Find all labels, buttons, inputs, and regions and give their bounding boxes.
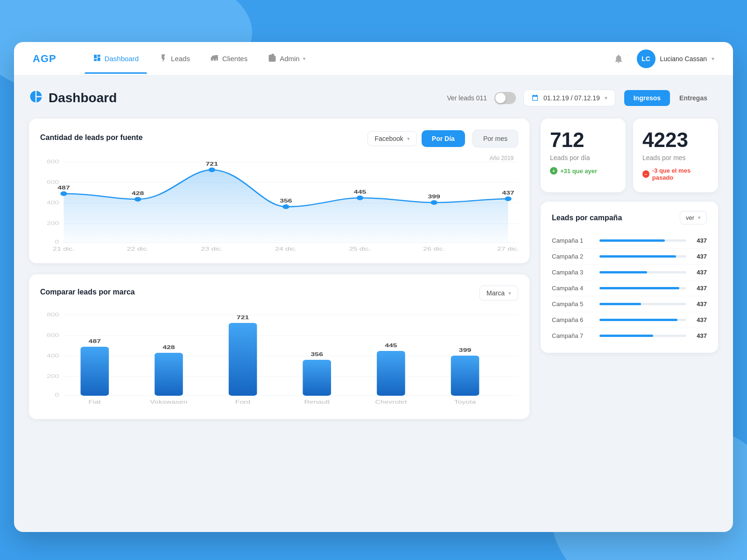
campaign-name-4: Campaña 5 bbox=[552, 301, 594, 308]
campaign-progress-fill-1 bbox=[599, 255, 676, 258]
chart1-year-label: Año 2019 bbox=[490, 155, 514, 161]
svg-point-10 bbox=[60, 191, 67, 196]
svg-text:21 dic.: 21 dic. bbox=[53, 246, 75, 252]
notification-bell[interactable] bbox=[610, 50, 627, 68]
svg-text:22 dic.: 22 dic. bbox=[127, 246, 149, 252]
svg-text:399: 399 bbox=[459, 347, 472, 353]
svg-text:400: 400 bbox=[47, 200, 59, 205]
svg-text:356: 356 bbox=[280, 198, 292, 203]
campaign-value-2: 437 bbox=[692, 269, 707, 276]
campaign-progress-bg-5 bbox=[599, 319, 686, 321]
svg-text:23 dic.: 23 dic. bbox=[201, 246, 223, 252]
campaign-row: Campaña 5 437 bbox=[552, 296, 707, 312]
campaign-progress-fill-2 bbox=[599, 271, 647, 273]
svg-point-12 bbox=[209, 168, 215, 172]
campaign-header: Leads por campaña ver ▾ bbox=[552, 211, 707, 224]
bar-chart-card: Comparar leads por marca Marca ▾ 800 600… bbox=[29, 274, 529, 419]
svg-text:800: 800 bbox=[47, 159, 59, 164]
campaign-name-0: Campaña 1 bbox=[552, 237, 594, 244]
tab-ingresos[interactable]: Ingresos bbox=[624, 90, 670, 106]
svg-text:445: 445 bbox=[354, 189, 366, 195]
campaign-name-6: Campaña 7 bbox=[552, 332, 594, 339]
stat-mes-change: − -3 que el mes pasado bbox=[642, 167, 709, 181]
svg-text:0: 0 bbox=[55, 392, 59, 398]
stat-leads-mes: 4223 Leads por mes − -3 que el mes pasad… bbox=[633, 119, 718, 192]
campaign-progress-fill-0 bbox=[599, 239, 665, 242]
brand-logo: AGP bbox=[33, 53, 56, 65]
navbar: AGP Dashboard Leads Clientes bbox=[14, 42, 733, 76]
svg-point-13 bbox=[282, 204, 289, 209]
user-chevron-icon: ▾ bbox=[712, 56, 714, 62]
nav-clientes[interactable]: Clientes bbox=[202, 43, 256, 74]
campaign-progress-bg-2 bbox=[599, 271, 686, 273]
campaign-name-1: Campaña 2 bbox=[552, 253, 594, 260]
svg-point-16 bbox=[505, 196, 511, 201]
content-grid: Cantidad de leads por fuente Facebook ▾ … bbox=[29, 119, 718, 419]
por-dia-btn[interactable]: Por Día bbox=[422, 130, 465, 147]
svg-rect-41 bbox=[81, 347, 109, 396]
campaigns-card: Leads por campaña ver ▾ Campaña 1 437 Ca… bbox=[541, 202, 718, 353]
marca-dropdown[interactable]: Marca ▾ bbox=[479, 286, 518, 301]
svg-text:Ford: Ford bbox=[235, 399, 251, 405]
chart2-header: Comparar leads por marca Marca ▾ bbox=[40, 286, 518, 301]
source-dropdown[interactable]: Facebook ▾ bbox=[367, 131, 416, 146]
user-info[interactable]: LC Luciano Cassan ▾ bbox=[637, 49, 714, 68]
ver-leads-toggle[interactable] bbox=[494, 92, 516, 104]
ver-leads-label: Ver leads 011 bbox=[447, 94, 487, 102]
chart2-title: Comparar leads por marca bbox=[40, 288, 135, 296]
nav-dashboard[interactable]: Dashboard bbox=[85, 43, 147, 74]
change-dot-positive: + bbox=[550, 167, 557, 175]
svg-text:25 dic.: 25 dic. bbox=[349, 246, 371, 252]
campaign-name-3: Campaña 4 bbox=[552, 285, 594, 292]
svg-text:Toyota: Toyota bbox=[454, 399, 476, 405]
nav-links: Dashboard Leads Clientes Admin ▾ bbox=[85, 43, 610, 74]
nav-admin[interactable]: Admin ▾ bbox=[260, 43, 314, 74]
svg-text:399: 399 bbox=[428, 194, 440, 199]
admin-icon bbox=[268, 54, 276, 63]
right-panel: 712 Leads por día + +31 que ayer 4223 Le… bbox=[541, 119, 718, 419]
svg-text:Vokswasen: Vokswasen bbox=[150, 399, 187, 405]
line-chart-svg: 800 600 400 200 0 bbox=[40, 155, 518, 253]
user-name: Luciano Cassan bbox=[660, 55, 707, 63]
nav-leads[interactable]: Leads bbox=[151, 43, 198, 74]
svg-text:26 dic.: 26 dic. bbox=[423, 246, 445, 252]
por-mes-btn[interactable]: Por mes bbox=[472, 130, 518, 147]
svg-text:428: 428 bbox=[132, 190, 144, 196]
campaign-row: Campaña 7 437 bbox=[552, 328, 707, 343]
svg-text:27 dic.: 27 dic. bbox=[497, 246, 518, 252]
svg-text:200: 200 bbox=[47, 373, 59, 379]
campaign-progress-bg-3 bbox=[599, 287, 686, 289]
svg-rect-53 bbox=[377, 351, 405, 396]
svg-point-15 bbox=[431, 200, 437, 205]
svg-text:437: 437 bbox=[502, 190, 514, 196]
stat-leads-dia: 712 Leads por día + +31 que ayer bbox=[541, 119, 626, 192]
svg-text:445: 445 bbox=[385, 343, 397, 348]
svg-text:0: 0 bbox=[55, 239, 59, 245]
svg-point-11 bbox=[134, 197, 141, 202]
svg-text:600: 600 bbox=[47, 332, 59, 338]
svg-text:428: 428 bbox=[162, 344, 175, 350]
nav-dashboard-label: Dashboard bbox=[105, 55, 139, 63]
leads-icon bbox=[159, 54, 168, 63]
dashboard-controls: Ver leads 011 01.12.19 / 07.12.19 ▾ Ingr… bbox=[447, 89, 718, 107]
dashboard-icon bbox=[93, 54, 101, 63]
campaign-value-6: 437 bbox=[692, 332, 707, 339]
svg-point-14 bbox=[357, 196, 363, 200]
campaign-value-4: 437 bbox=[692, 301, 707, 308]
line-chart-area: Año 2019 800 600 400 200 0 bbox=[40, 155, 518, 248]
stat-mes-number: 4223 bbox=[642, 130, 709, 150]
date-range-picker[interactable]: 01.12.19 / 07.12.19 ▾ bbox=[523, 90, 615, 106]
svg-text:24 dic.: 24 dic. bbox=[275, 246, 297, 252]
tab-entregas[interactable]: Entregas bbox=[670, 90, 717, 106]
campaign-value-0: 437 bbox=[692, 237, 707, 244]
svg-text:721: 721 bbox=[237, 315, 249, 320]
campaign-title: Leads por campaña bbox=[552, 214, 622, 222]
svg-text:600: 600 bbox=[47, 179, 59, 185]
chevron-down-icon: ▾ bbox=[303, 56, 305, 61]
campaign-progress-fill-6 bbox=[599, 335, 653, 337]
svg-rect-44 bbox=[155, 353, 183, 396]
avatar: LC bbox=[637, 49, 655, 68]
svg-text:Renault: Renault bbox=[304, 399, 330, 405]
change-dot-negative: − bbox=[642, 170, 649, 178]
campaign-dropdown[interactable]: ver ▾ bbox=[680, 211, 707, 224]
